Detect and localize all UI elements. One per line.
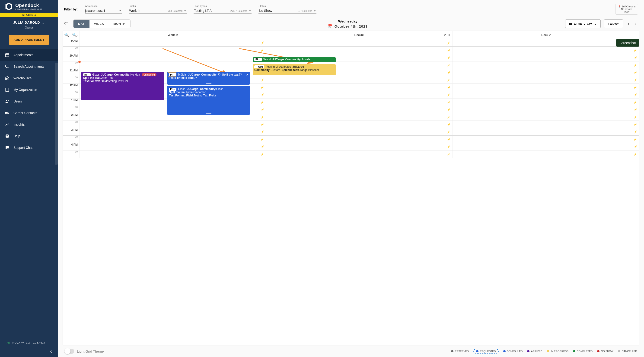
slot-cell[interactable]: ⚡ bbox=[266, 128, 453, 136]
next-day-button[interactable]: › bbox=[634, 21, 638, 26]
quick-add-icon[interactable]: ⚡ bbox=[447, 116, 450, 118]
slot-cell[interactable]: ⚡ bbox=[80, 128, 266, 136]
quick-add-icon[interactable]: ⚡ bbox=[634, 78, 637, 81]
quick-add-icon[interactable]: ⚡ bbox=[447, 86, 450, 89]
slot-cell[interactable]: ⚡ bbox=[266, 150, 453, 158]
quick-add-icon[interactable]: ⚡ bbox=[260, 78, 264, 81]
appointment-card[interactable]: IN→ Glass JUCargo Commodity:No idea Unpl… bbox=[81, 72, 164, 100]
quick-add-icon[interactable]: ⚡ bbox=[447, 152, 450, 156]
quick-add-icon[interactable]: ⚡ bbox=[260, 138, 264, 141]
slot-cell[interactable]: ⚡ bbox=[80, 54, 266, 61]
slot-cell[interactable]: ⚡ bbox=[452, 98, 639, 106]
slot-cell[interactable]: ⚡ bbox=[80, 136, 266, 143]
quick-add-icon[interactable]: ⚡ bbox=[634, 71, 637, 74]
quick-add-icon[interactable]: ⚡ bbox=[634, 86, 637, 89]
slot-cell[interactable]: ⚡ bbox=[452, 121, 639, 128]
quick-add-icon[interactable]: ⚡ bbox=[634, 100, 637, 104]
slot-cell[interactable]: ⚡ bbox=[266, 91, 453, 98]
filter-loadtypes-select[interactable]: Testing LT A...27/27 Selected▼ bbox=[194, 8, 252, 14]
filter-warehouse-select[interactable]: juwarehouse1▼ bbox=[84, 8, 122, 14]
slot-cell[interactable]: ⚡ bbox=[452, 143, 639, 150]
appointment-card[interactable]: ⟳ IN→ M&M's JUCargo Commodity:?? Spill t… bbox=[167, 72, 250, 84]
slot-cell[interactable]: ⚡ bbox=[452, 84, 639, 91]
slot-cell[interactable]: ⚡ bbox=[266, 46, 453, 54]
quick-add-icon[interactable]: ⚡ bbox=[260, 145, 264, 148]
slot-cell[interactable]: ⚡ bbox=[266, 98, 453, 106]
sidebar-item-help[interactable]: ?Help bbox=[0, 130, 58, 142]
quick-add-icon[interactable]: ⚡ bbox=[447, 93, 450, 96]
collapse-sidebar-button[interactable] bbox=[0, 347, 58, 357]
slot-cell[interactable]: ⚡ bbox=[266, 136, 453, 143]
sidebar-item-warehouses[interactable]: Warehouses bbox=[0, 72, 58, 84]
add-appointment-button[interactable]: ADD APPOINTMENT bbox=[9, 35, 49, 45]
slot-cell[interactable]: ⚡ bbox=[80, 62, 266, 68]
quick-add-icon[interactable]: ⚡ bbox=[447, 49, 450, 52]
sidebar-scrollbar[interactable] bbox=[55, 62, 58, 164]
slot-cell[interactable]: ⚡ bbox=[266, 84, 453, 91]
today-button[interactable]: TODAY bbox=[604, 20, 623, 28]
dock-header-workin[interactable]: Work-in bbox=[80, 31, 266, 39]
self-checkin-panel[interactable]: 📍Self Check-in No arrivals today bbox=[616, 4, 638, 14]
user-menu[interactable]: JULIA DAROLD ⌄ bbox=[13, 21, 45, 24]
quick-add-icon[interactable]: ⚡ bbox=[634, 49, 637, 52]
quick-add-icon[interactable]: ⚡ bbox=[260, 108, 264, 111]
view-month-button[interactable]: MONTH bbox=[109, 20, 130, 28]
dock-header-dock01[interactable]: Dock012⇥ bbox=[266, 31, 453, 39]
slot-cell[interactable]: ⚡ bbox=[452, 106, 639, 113]
quick-add-icon[interactable]: ⚡ bbox=[634, 93, 637, 96]
filter-status-select[interactable]: No Show7/7 Selected▼ bbox=[258, 8, 316, 14]
slot-cell[interactable]: ⚡ bbox=[266, 106, 453, 113]
slot-cell[interactable]: ⚡ bbox=[80, 150, 266, 158]
prev-day-button[interactable]: ‹ bbox=[626, 21, 630, 26]
quick-add-icon[interactable]: ⚡ bbox=[260, 100, 264, 104]
slot-cell[interactable]: ⚡ bbox=[266, 121, 453, 128]
quick-add-icon[interactable]: ⚡ bbox=[634, 145, 637, 148]
slot-cell[interactable]: ⚡ bbox=[452, 128, 639, 136]
resize-handle[interactable] bbox=[206, 113, 212, 114]
quick-add-icon[interactable]: ⚡ bbox=[260, 86, 264, 89]
slot-cell[interactable]: ⚡ bbox=[266, 76, 453, 84]
slot-cell[interactable]: ⚡ bbox=[452, 113, 639, 120]
theme-switch[interactable] bbox=[65, 349, 74, 354]
zoom-in-icon[interactable]: 🔍+ bbox=[64, 33, 71, 37]
quick-add-icon[interactable]: ⚡ bbox=[447, 123, 450, 126]
quick-add-icon[interactable]: ⚡ bbox=[260, 130, 264, 133]
view-week-button[interactable]: WEEK bbox=[90, 20, 109, 28]
slot-cell[interactable]: ⚡ bbox=[266, 39, 453, 46]
sidebar-item-search-appointments[interactable]: Search Appointments bbox=[0, 61, 58, 72]
sidebar-item-users[interactable]: Users bbox=[0, 96, 58, 107]
slot-cell[interactable]: ⚡ bbox=[452, 62, 639, 68]
quick-add-icon[interactable]: ⚡ bbox=[447, 64, 450, 66]
slot-cell[interactable]: ⚡ bbox=[452, 69, 639, 76]
quick-add-icon[interactable]: ⚡ bbox=[447, 108, 450, 111]
resize-handle[interactable] bbox=[206, 83, 212, 84]
slot-cell[interactable]: ⚡ bbox=[452, 46, 639, 54]
quick-add-icon[interactable]: ⚡ bbox=[634, 152, 637, 156]
view-day-button[interactable]: DAY bbox=[74, 20, 90, 28]
slot-cell[interactable]: ⚡ bbox=[80, 46, 266, 54]
screenshot-button[interactable]: Screenshot bbox=[616, 39, 639, 46]
quick-add-icon[interactable]: ⚡ bbox=[260, 123, 264, 126]
slot-cell[interactable]: ⚡ bbox=[80, 39, 266, 46]
slot-cell[interactable]: ⚡ bbox=[452, 39, 639, 46]
quick-add-icon[interactable]: ⚡ bbox=[260, 152, 264, 156]
quick-add-icon[interactable]: ⚡ bbox=[260, 116, 264, 118]
quick-add-icon[interactable]: ⚡ bbox=[447, 78, 450, 81]
quick-add-icon[interactable]: ⚡ bbox=[634, 123, 637, 126]
slot-cell[interactable]: ⚡ bbox=[452, 91, 639, 98]
slot-cell[interactable]: ⚡ bbox=[452, 136, 639, 143]
quick-add-icon[interactable]: ⚡ bbox=[447, 145, 450, 148]
quick-add-icon[interactable]: ⚡ bbox=[634, 56, 637, 59]
quick-add-icon[interactable]: ⚡ bbox=[447, 138, 450, 141]
legend-requested[interactable]: REQUESTED bbox=[474, 349, 498, 354]
quick-add-icon[interactable]: ⚡ bbox=[634, 138, 637, 141]
quick-add-icon[interactable]: ⚡ bbox=[447, 71, 450, 74]
filter-docks-select[interactable]: Work-in3/3 Selected▼ bbox=[129, 8, 186, 14]
quick-add-icon[interactable]: ⚡ bbox=[447, 41, 450, 44]
sidebar-item-appointments[interactable]: Appointments bbox=[0, 49, 58, 61]
quick-add-icon[interactable]: ⚡ bbox=[447, 56, 450, 59]
timeline-icon[interactable] bbox=[64, 21, 69, 27]
slot-cell[interactable]: ⚡ bbox=[452, 150, 639, 158]
slot-cell[interactable]: ⚡ bbox=[266, 143, 453, 150]
quick-add-icon[interactable]: ⚡ bbox=[634, 64, 637, 66]
